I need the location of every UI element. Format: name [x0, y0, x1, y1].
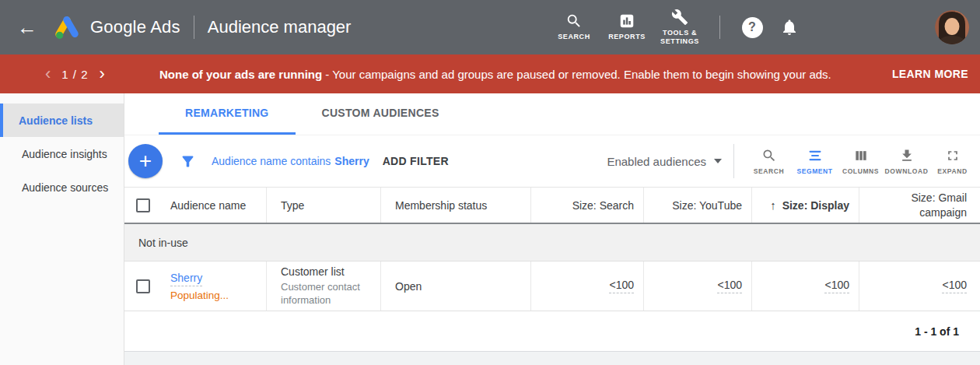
active-filter-chip[interactable]: Audience name contains Sherry: [212, 155, 369, 167]
google-ads-logo-icon: [53, 15, 81, 40]
pagination-label: 1 - 1 of 1: [915, 325, 959, 338]
notifications-button[interactable]: [774, 18, 805, 37]
download-icon: [899, 148, 915, 163]
table-search-button[interactable]: SEARCH: [746, 148, 792, 175]
header-divider: [194, 16, 194, 39]
header-reports-button[interactable]: REPORTS: [604, 12, 649, 41]
brand-name: Google Ads: [90, 17, 180, 37]
group-label: Not in-use: [138, 237, 188, 249]
page-title: Audience manager: [208, 17, 352, 37]
bell-icon: [780, 18, 799, 37]
tab-custom-audiences[interactable]: CUSTOM AUDIENCES: [296, 93, 466, 135]
app-header: ← Google Ads Audience manager SEARCH: [0, 0, 980, 54]
expand-icon: [945, 148, 961, 163]
table-header-row: Audience name Type Membership status Siz…: [124, 187, 980, 224]
content-filler: [124, 352, 980, 365]
table-segment-button[interactable]: SEGMENT: [792, 148, 838, 175]
header-divider: [719, 16, 720, 39]
previous-alert-button[interactable]: ‹: [40, 65, 55, 82]
table-expand-button[interactable]: EXPAND: [929, 148, 975, 175]
tab-strip: REMARKETING CUSTOM AUDIENCES: [124, 93, 980, 135]
header-membership-status[interactable]: Membership status: [380, 188, 530, 223]
table-footer: 1 - 1 of 1: [124, 311, 980, 352]
tab-remarketing[interactable]: REMARKETING: [159, 93, 296, 135]
select-all-checkbox[interactable]: [136, 198, 150, 212]
chevron-down-icon: [714, 159, 722, 163]
user-avatar[interactable]: [935, 10, 969, 44]
cell-size-youtube: <100: [643, 261, 751, 311]
header-tools-settings-button[interactable]: TOOLS & SETTINGS: [657, 9, 702, 47]
help-button[interactable]: ?: [737, 17, 768, 38]
main-content: REMARKETING CUSTOM AUDIENCES + Audience …: [124, 93, 980, 365]
add-filter-button[interactable]: ADD FILTER: [383, 155, 449, 167]
back-arrow-icon[interactable]: ←: [17, 17, 37, 37]
header-search-button[interactable]: SEARCH: [551, 12, 597, 41]
header-size-youtube[interactable]: Size: YouTube: [643, 188, 751, 223]
toolbar-divider: [733, 144, 734, 178]
cell-size-display: <100: [751, 261, 859, 311]
audience-table: Audience name Type Membership status Siz…: [124, 187, 980, 352]
segment-icon: [807, 148, 823, 163]
google-ads-brand[interactable]: Google Ads: [53, 15, 180, 40]
cell-type: Customer list Customer contact informati…: [266, 261, 380, 311]
alert-message-rest: - Your campaigns and ad groups are pause…: [322, 68, 831, 81]
alert-banner: ‹ 1 / 2 › None of your ads are running -…: [0, 54, 980, 93]
audience-view-dropdown[interactable]: Enabled audiences: [607, 155, 722, 168]
header-size-gmail-campaign[interactable]: Size: Gmail campaign: [859, 188, 980, 223]
row-checkbox[interactable]: [136, 279, 150, 293]
help-icon: ?: [742, 17, 763, 38]
table-download-button[interactable]: DOWNLOAD: [884, 148, 929, 175]
header-size-search[interactable]: Size: Search: [530, 188, 643, 223]
group-row-not-in-use: Not in-use: [124, 224, 980, 261]
cell-size-search: <100: [530, 261, 643, 311]
alert-message: None of your ads are running - Your camp…: [110, 68, 881, 81]
table-columns-button[interactable]: COLUMNS: [838, 148, 884, 175]
reports-icon: [618, 12, 635, 30]
alert-pager: 1 / 2: [61, 68, 88, 81]
header-type[interactable]: Type: [266, 188, 380, 223]
learn-more-link[interactable]: LEARN MORE: [892, 68, 968, 80]
header-size-display[interactable]: ↑ Size: Display: [751, 188, 859, 223]
search-icon: [565, 12, 583, 30]
cell-size-gmail-campaign: <100: [859, 261, 980, 311]
sort-ascending-icon: ↑: [770, 198, 776, 212]
columns-icon: [853, 148, 869, 163]
cell-audience-name: Sherry Populating...: [124, 261, 266, 311]
filter-funnel-icon[interactable]: [180, 153, 196, 170]
wrench-icon: [671, 9, 688, 26]
table-row: Sherry Populating... Customer list Custo…: [124, 261, 980, 311]
add-audience-button[interactable]: +: [128, 144, 163, 178]
toolbar: + Audience name contains Sherry ADD FILT…: [124, 135, 980, 187]
filter-chip-label: Audience name contains: [212, 155, 331, 167]
search-icon: [761, 148, 777, 163]
header-audience-name[interactable]: Audience name: [124, 188, 266, 223]
sidebar: Audience lists Audience insights Audienc…: [0, 93, 124, 365]
next-alert-button[interactable]: ›: [95, 65, 110, 82]
populating-status: Populating...: [170, 290, 229, 301]
sidebar-item-audience-sources[interactable]: Audience sources: [0, 170, 124, 204]
sidebar-item-audience-lists[interactable]: Audience lists: [0, 104, 124, 137]
cell-membership-status: Open: [380, 261, 530, 311]
sidebar-item-audience-insights[interactable]: Audience insights: [0, 137, 124, 170]
filter-chip-value: Sherry: [334, 155, 369, 167]
audience-view-label: Enabled audiences: [607, 155, 706, 168]
audience-name-link[interactable]: Sherry: [170, 272, 202, 286]
alert-message-bold: None of your ads are running: [159, 68, 322, 81]
